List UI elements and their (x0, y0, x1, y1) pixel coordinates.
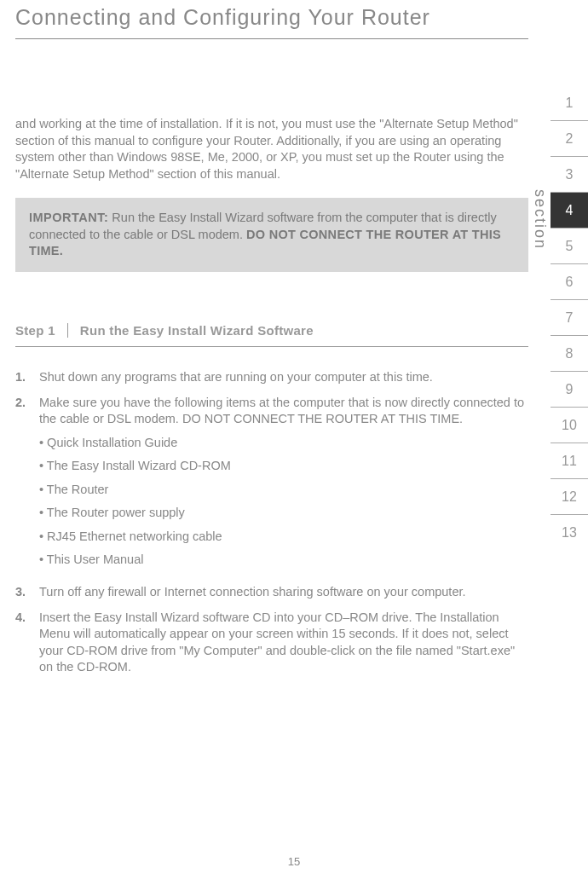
step-number: 2. (15, 395, 39, 576)
list-item: 2. Make sure you have the following item… (15, 395, 528, 576)
section-tab-11[interactable]: 11 (551, 443, 588, 479)
important-label: IMPORTANT: (29, 211, 108, 224)
bullet-list: • Quick Installation Guide • The Easy In… (39, 435, 528, 569)
section-tab-9[interactable]: 9 (551, 372, 588, 408)
section-tab-4[interactable]: 4 (551, 193, 588, 228)
bullet-item: • This User Manual (39, 552, 528, 569)
bullet-item: • The Router power supply (39, 505, 528, 522)
step-text: Make sure you have the following items a… (39, 396, 524, 426)
step-body: Make sure you have the following items a… (39, 395, 528, 576)
step-number: 1. (15, 369, 39, 386)
page-number: 15 (0, 855, 588, 868)
section-tab-5[interactable]: 5 (551, 228, 588, 264)
section-tab-3[interactable]: 3 (551, 157, 588, 193)
important-callout: IMPORTANT: Run the Easy Install Wizard s… (15, 198, 528, 272)
page-title: Connecting and Configuring Your Router (15, 0, 528, 39)
bullet-item: • The Easy Install Wizard CD-ROM (39, 458, 528, 475)
section-tab-8[interactable]: 8 (551, 336, 588, 372)
steps-list: 1. Shut down any programs that are runni… (15, 369, 528, 676)
step-title: Run the Easy Install Wizard Software (68, 323, 314, 338)
step-body: Turn off any firewall or Internet connec… (39, 584, 528, 601)
section-tab-10[interactable]: 10 (551, 408, 588, 443)
list-item: 1. Shut down any programs that are runni… (15, 369, 528, 386)
step-body: Insert the Easy Install Wizard software … (39, 610, 528, 676)
bullet-item: • RJ45 Ethernet networking cable (39, 529, 528, 546)
intro-paragraph: and working at the time of installation.… (15, 116, 528, 182)
section-tab-6[interactable]: 6 (551, 264, 588, 300)
section-tab-7[interactable]: 7 (551, 300, 588, 336)
step-label: Step 1 (15, 323, 68, 338)
section-tab-12[interactable]: 12 (551, 479, 588, 515)
section-tab-2[interactable]: 2 (551, 121, 588, 157)
section-tab-13[interactable]: 13 (551, 515, 588, 551)
step-header: Step 1 Run the Easy Install Wizard Softw… (15, 323, 528, 347)
step-number: 4. (15, 610, 39, 676)
section-tab-1[interactable]: 1 (551, 85, 588, 121)
step-body: Shut down any programs that are running … (39, 369, 528, 386)
section-tabs: 1 2 3 4 5 6 7 8 9 10 11 12 13 (551, 85, 588, 551)
section-label: section (531, 189, 549, 250)
bullet-item: • The Router (39, 482, 528, 499)
list-item: 3. Turn off any firewall or Internet con… (15, 584, 528, 601)
list-item: 4. Insert the Easy Install Wizard softwa… (15, 610, 528, 676)
step-number: 3. (15, 584, 39, 601)
bullet-item: • Quick Installation Guide (39, 435, 528, 452)
